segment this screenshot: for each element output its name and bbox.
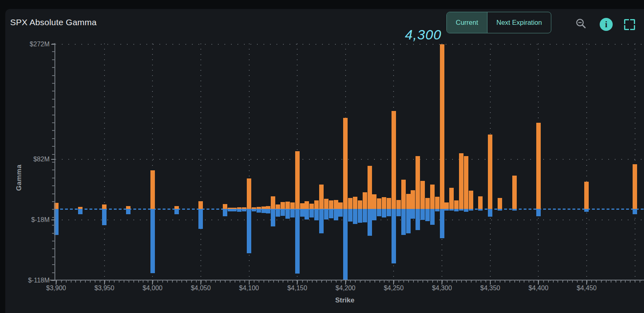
bar-put-3950[interactable] xyxy=(102,209,107,225)
toggle-next-expiration-button[interactable]: Next Expiration xyxy=(487,12,551,33)
bar-put-4120[interactable] xyxy=(266,209,270,213)
bar-put-4315[interactable] xyxy=(454,209,459,211)
bar-put-4025[interactable] xyxy=(174,209,179,214)
bar-put-3975[interactable] xyxy=(126,209,131,214)
bar-call-4125[interactable] xyxy=(271,196,275,209)
bar-put-4500[interactable] xyxy=(633,209,637,214)
bar-put-4240[interactable] xyxy=(382,209,386,217)
bar-put-4165[interactable] xyxy=(309,209,314,217)
bar-put-4285[interactable] xyxy=(425,209,430,221)
bar-put-4195[interactable] xyxy=(338,209,343,217)
bar-put-4130[interactable] xyxy=(276,209,280,217)
bar-call-4130[interactable] xyxy=(276,204,280,209)
bar-call-4225[interactable] xyxy=(368,166,372,209)
bar-call-4170[interactable] xyxy=(314,200,319,209)
bar-call-4245[interactable] xyxy=(387,198,391,209)
bar-put-4290[interactable] xyxy=(430,209,435,225)
bar-call-4100[interactable] xyxy=(247,178,251,209)
bar-call-4195[interactable] xyxy=(338,202,343,209)
bar-call-4220[interactable] xyxy=(363,192,367,209)
bar-call-4375[interactable] xyxy=(512,176,517,209)
bar-put-4185[interactable] xyxy=(329,209,333,218)
bar-put-4215[interactable] xyxy=(358,209,362,223)
bar-call-4185[interactable] xyxy=(329,200,333,209)
bar-call-4025[interactable] xyxy=(174,206,179,209)
bar-put-4160[interactable] xyxy=(305,209,309,220)
bar-call-4330[interactable] xyxy=(469,191,473,209)
bar-call-4120[interactable] xyxy=(266,206,270,209)
bar-call-4145[interactable] xyxy=(290,202,295,209)
bar-put-4295[interactable] xyxy=(435,209,439,211)
bar-call-4320[interactable] xyxy=(459,153,463,209)
bar-put-4190[interactable] xyxy=(334,209,338,220)
bar-put-4170[interactable] xyxy=(314,209,319,220)
bar-call-4255[interactable] xyxy=(396,200,401,209)
bar-put-4375[interactable] xyxy=(512,209,517,211)
bar-put-4135[interactable] xyxy=(281,209,285,216)
bar-put-4305[interactable] xyxy=(444,209,449,211)
bar-call-4325[interactable] xyxy=(464,156,468,209)
bar-call-4240[interactable] xyxy=(382,197,386,209)
bar-put-4235[interactable] xyxy=(377,209,381,216)
bar-call-4135[interactable] xyxy=(281,202,285,209)
bar-put-4275[interactable] xyxy=(416,209,420,230)
bar-put-3925[interactable] xyxy=(78,209,83,214)
bar-put-4310[interactable] xyxy=(449,209,454,211)
bar-put-4245[interactable] xyxy=(387,209,391,216)
bar-put-4140[interactable] xyxy=(285,209,290,219)
bar-put-4175[interactable] xyxy=(319,209,324,233)
bar-put-4255[interactable] xyxy=(396,209,401,216)
bar-put-4115[interactable] xyxy=(261,209,266,213)
bar-call-4290[interactable] xyxy=(430,185,435,209)
bar-call-4180[interactable] xyxy=(324,199,329,209)
bar-put-4330[interactable] xyxy=(469,209,473,211)
bar-call-4190[interactable] xyxy=(334,200,338,209)
bar-call-4250[interactable] xyxy=(392,111,396,209)
bar-call-4000[interactable] xyxy=(150,170,155,209)
bar-put-4225[interactable] xyxy=(368,209,372,236)
bar-call-4310[interactable] xyxy=(449,188,454,209)
bar-put-4000[interactable] xyxy=(150,209,155,273)
bar-call-4200[interactable] xyxy=(343,118,348,209)
bar-call-4300[interactable] xyxy=(440,44,444,209)
bar-put-4080[interactable] xyxy=(228,209,232,211)
bar-call-3975[interactable] xyxy=(126,206,131,209)
bar-put-4155[interactable] xyxy=(300,209,305,217)
bar-call-4360[interactable] xyxy=(498,198,502,209)
bar-call-4140[interactable] xyxy=(285,202,290,209)
bar-put-4320[interactable] xyxy=(459,209,463,211)
bar-call-4235[interactable] xyxy=(377,198,381,209)
bar-put-4230[interactable] xyxy=(372,209,376,220)
bar-put-4250[interactable] xyxy=(392,209,396,263)
bar-call-4050[interactable] xyxy=(198,201,203,209)
bar-put-4270[interactable] xyxy=(411,209,415,219)
bar-put-4085[interactable] xyxy=(232,209,237,211)
bar-call-4155[interactable] xyxy=(300,203,305,209)
bar-call-4270[interactable] xyxy=(411,190,415,209)
bar-put-4280[interactable] xyxy=(420,209,425,220)
bar-call-4165[interactable] xyxy=(309,204,314,209)
bar-call-4210[interactable] xyxy=(353,197,357,209)
bar-call-4305[interactable] xyxy=(444,202,449,209)
bar-put-4075[interactable] xyxy=(223,209,227,216)
bar-put-4180[interactable] xyxy=(324,209,329,220)
bar-put-4325[interactable] xyxy=(464,209,468,212)
bar-put-4360[interactable] xyxy=(498,209,502,211)
zoom-out-icon[interactable] xyxy=(575,18,587,29)
bar-call-4075[interactable] xyxy=(223,204,227,209)
bar-put-4450[interactable] xyxy=(584,209,589,212)
bar-call-4260[interactable] xyxy=(401,180,406,209)
bar-call-4175[interactable] xyxy=(319,185,324,209)
bar-call-4205[interactable] xyxy=(348,198,352,209)
bar-call-4340[interactable] xyxy=(478,196,483,209)
bar-call-4160[interactable] xyxy=(305,201,309,209)
info-icon[interactable]: i xyxy=(600,18,613,31)
bar-call-4275[interactable] xyxy=(416,156,420,209)
bar-put-4100[interactable] xyxy=(247,209,251,253)
bar-put-4265[interactable] xyxy=(406,209,411,233)
bar-call-4450[interactable] xyxy=(584,182,589,209)
bar-put-4125[interactable] xyxy=(271,209,275,226)
bar-put-4095[interactable] xyxy=(242,209,246,211)
bar-call-4285[interactable] xyxy=(425,198,430,209)
bar-put-4300[interactable] xyxy=(440,209,444,238)
